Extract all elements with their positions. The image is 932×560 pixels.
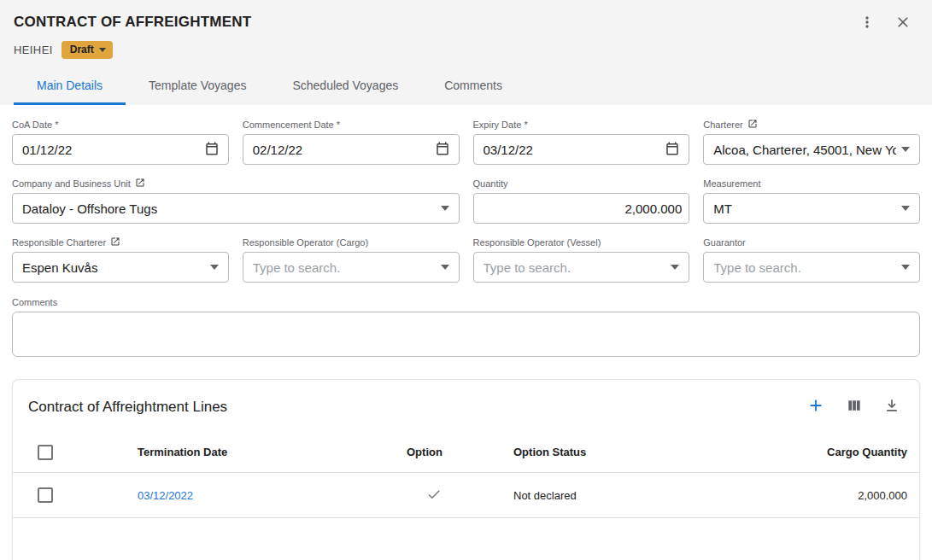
measurement-input[interactable] (713, 201, 896, 216)
calendar-icon (665, 141, 680, 159)
expiry-date-calendar-button[interactable] (663, 139, 682, 160)
responsible-operator-cargo-field-group: Responsible Operator (Cargo) (243, 236, 460, 283)
guarantor-field-group: Guarantor (703, 236, 920, 283)
col-option: Option (360, 446, 471, 458)
measurement-select[interactable] (703, 193, 920, 224)
caret-down-icon (901, 206, 910, 211)
caret-down-icon (901, 265, 910, 270)
download-button[interactable] (882, 395, 902, 418)
quantity-label: Quantity (473, 178, 690, 189)
calendar-icon (435, 141, 450, 159)
quantity-input[interactable] (484, 201, 683, 216)
caret-down-icon (441, 265, 449, 270)
responsible-charterer-label: Responsible Charterer (12, 237, 106, 248)
responsible-operator-cargo-select[interactable] (243, 252, 460, 283)
company-business-unit-input[interactable] (22, 201, 436, 216)
measurement-field-group: Measurement (703, 178, 920, 224)
responsible-operator-vessel-label: Responsible Operator (Vessel) (473, 236, 690, 248)
caret-down-icon (441, 206, 449, 211)
charterer-select[interactable] (703, 134, 920, 165)
responsible-operator-vessel-input[interactable] (484, 260, 666, 275)
expiry-date-label: Expiry Date * (473, 119, 690, 130)
guarantor-select[interactable] (703, 252, 920, 283)
option-check-icon (426, 492, 442, 505)
columns-icon (846, 397, 863, 417)
comments-input[interactable] (12, 312, 920, 357)
responsible-charterer-field-group: Responsible Charterer (12, 236, 229, 283)
responsible-operator-vessel-select[interactable] (473, 252, 690, 283)
responsible-operator-cargo-input[interactable] (253, 260, 436, 275)
commencement-date-field-group: Commencement Date * (243, 119, 460, 165)
comments-field-group: Comments (12, 296, 920, 360)
calendar-icon (204, 141, 220, 159)
row-checkbox[interactable] (38, 487, 53, 503)
cargo-quantity-value: 2,000.000 (727, 489, 919, 502)
status-badge[interactable]: Draft (62, 41, 113, 59)
coa-date-label: CoA Date * (12, 119, 229, 130)
caret-down-icon (210, 265, 219, 270)
responsible-operator-cargo-label: Responsible Operator (Cargo) (243, 236, 460, 248)
guarantor-input[interactable] (713, 260, 896, 275)
caret-down-icon (671, 265, 679, 270)
col-termination-date: Termination Date (78, 446, 360, 458)
column-settings-button[interactable] (844, 395, 865, 418)
add-line-button[interactable] (805, 394, 827, 419)
responsible-operator-vessel-field-group: Responsible Operator (Vessel) (473, 236, 690, 283)
download-icon (883, 397, 900, 417)
main-details-panel: CoA Date * Commencement Date * (0, 105, 932, 360)
tab-main-details[interactable]: Main Details (14, 69, 126, 105)
coa-date-field-group: CoA Date * (12, 119, 229, 165)
close-icon (894, 14, 911, 33)
open-in-new-icon[interactable] (110, 236, 120, 248)
expiry-date-field-group: Expiry Date * (473, 119, 690, 165)
open-in-new-icon[interactable] (135, 178, 145, 190)
col-cargo-quantity: Cargo Quantity (727, 446, 919, 458)
charterer-field-group: Charterer (703, 119, 920, 165)
commencement-date-input[interactable] (253, 143, 428, 157)
tab-template-voyages[interactable]: Template Voyages (126, 69, 269, 105)
comments-label: Comments (12, 296, 920, 307)
coa-date-input[interactable] (22, 143, 197, 157)
col-option-status: Option Status (471, 446, 727, 458)
company-business-unit-field-group: Company and Business Unit (12, 178, 460, 224)
commencement-date-calendar-button[interactable] (433, 139, 452, 160)
caret-down-icon (901, 147, 910, 152)
lines-table-header: Termination Date Option Option Status Ca… (13, 432, 919, 473)
quantity-field-group: Quantity (473, 178, 690, 224)
expiry-date-input[interactable] (484, 143, 659, 157)
plus-icon (806, 396, 825, 417)
table-row[interactable]: 03/12/2022 Not declared 2,000.000 (13, 473, 919, 518)
open-in-new-icon[interactable] (747, 119, 758, 131)
caret-down-icon (99, 48, 106, 52)
responsible-charterer-input[interactable] (22, 260, 205, 275)
coa-lines-card: Contract of Affreightment Lines T (12, 379, 920, 560)
tab-scheduled-voyages[interactable]: Scheduled Voyages (269, 69, 421, 105)
header: CONTRACT OF AFFREIGHTMENT HEIHEI Draft M… (0, 0, 932, 105)
coa-date-calendar-button[interactable] (202, 139, 221, 160)
company-business-unit-select[interactable] (12, 193, 460, 224)
commencement-date-label: Commencement Date * (243, 119, 460, 130)
select-all-checkbox[interactable] (38, 445, 53, 460)
lines-card-title: Contract of Affreightment Lines (28, 399, 227, 416)
termination-date-link[interactable]: 03/12/2022 (138, 489, 193, 502)
page-title: CONTRACT OF AFFREIGHTMENT (14, 12, 251, 31)
guarantor-label: Guarantor (703, 236, 920, 248)
tab-bar: Main Details Template Voyages Scheduled … (14, 69, 918, 105)
contract-name: HEIHEI (14, 44, 53, 56)
measurement-label: Measurement (703, 178, 920, 189)
charterer-label: Charterer (703, 120, 742, 130)
option-status-value: Not declared (471, 489, 727, 502)
close-button[interactable] (893, 12, 913, 35)
company-business-unit-label: Company and Business Unit (12, 178, 131, 189)
more-options-button[interactable] (857, 12, 877, 35)
kebab-menu-icon (859, 14, 876, 33)
charterer-input[interactable] (713, 143, 896, 157)
tab-comments[interactable]: Comments (421, 69, 525, 105)
responsible-charterer-select[interactable] (12, 252, 229, 283)
